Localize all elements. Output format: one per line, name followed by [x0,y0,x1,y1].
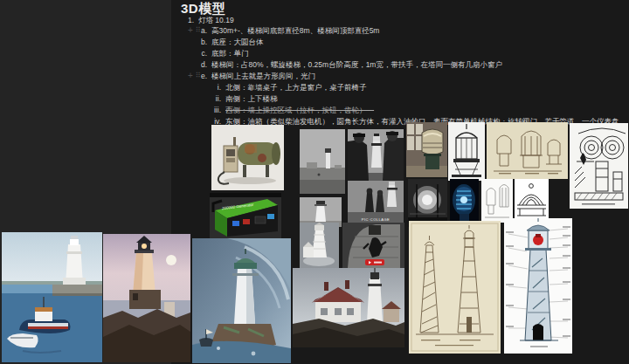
block-handles[interactable]: + ⠿ [188,72,200,79]
image-clay-lighthouse-render[interactable] [300,223,339,268]
list-item[interactable]: i. 北侧：靠墙桌子，上方是窗户，桌子前椅子 [171,83,629,93]
list-item[interactable]: b. 底座：大圆台体 [171,38,629,48]
add-block-icon[interactable]: + [188,26,193,34]
list-text: 北侧：靠墙桌子，上方是窗户，桌子前椅子 [225,83,367,93]
list-marker: ii. [206,94,221,104]
image-lens-mechanism-crosssection[interactable] [570,123,628,209]
block-handles[interactable]: + ⠿ [188,26,200,34]
list-marker: d. [196,60,207,70]
list-marker: b. [196,38,207,47]
list-text: 底部：单门 [211,49,249,58]
image-cream-lantern-sheet[interactable] [487,122,568,179]
image-fresnel-lens-photo[interactable] [406,122,447,177]
drag-handle-icon[interactable]: ⠿ [196,26,200,34]
list-text: 南侧：上下楼梯 [225,94,278,104]
list-text: 西侧：墙上操控区域（拉杆，按钮，齿轮）— [225,106,374,115]
image-dome-line-drawing[interactable] [515,179,549,223]
list-item-strikethrough[interactable]: iii. 西侧：墙上操控区域（拉杆，按钮，齿轮）— [171,106,629,116]
list-item[interactable]: c. 底部：单门 [171,49,629,59]
list-text: 楼梯间上去就是方形房间，光门 [211,72,315,81]
list-item[interactable]: a. 高30m+-、楼梯间底部直径8m、楼梯间顶部直径5m [171,26,629,37]
image-labeled-crosssection[interactable] [504,218,572,354]
image-cream-elevation-drawings[interactable] [409,221,501,354]
image-pencil-sketches[interactable] [481,179,513,223]
image-bw-field-lighthouse[interactable] [300,129,345,194]
image-lens-interior-bw[interactable] [408,179,447,227]
image-pic-collage-bw[interactable]: PIC·COLLAGE [348,181,404,223]
list-item[interactable]: 1. 灯塔 10.19 [171,16,629,26]
photo-lighthouse-house-dusk[interactable] [293,268,404,347]
list-item[interactable]: d. 楼梯间：占80%，螺旋楼梯，0.25m台阶高度，1m宽，带扶手，在塔同一侧… [171,60,629,71]
image-green-generator-render[interactable]: 200000 Generator [210,193,281,238]
painting-lighthouse-wave[interactable] [192,238,291,363]
list-text: 楼梯间：占80%，螺旋楼梯，0.25m台阶高度，1m宽，带扶手，在塔同一侧有几扇… [211,60,502,70]
drag-handle-icon[interactable]: ⠿ [196,72,200,79]
image-lantern-line-drawing[interactable] [448,122,485,181]
list-marker: c. [196,49,207,58]
photo-lighthouse-boat[interactable] [2,232,102,362]
add-block-icon[interactable]: + [188,72,193,79]
list-marker: i. [206,83,221,93]
list-text: 底座：大圆台体 [211,38,264,47]
list-marker: iii. [206,106,221,115]
image-bw-lighthouse-keepers[interactable] [348,129,404,181]
image-bw-wall-climber[interactable] [342,223,404,268]
desktop: 3D模型 1. 灯塔 10.19 a. 高30m+-、楼梯间底部直径8m、楼梯间… [0,0,629,364]
image-fuel-tank-render[interactable] [211,125,284,190]
photo-lighthouse-moon-dusk[interactable] [103,234,190,362]
list-marker: 1. [182,16,194,25]
list-text: 灯塔 10.19 [198,16,234,25]
list-item[interactable]: e. 楼梯间上去就是方形房间，光门 [171,72,629,82]
list-item[interactable]: ii. 南侧：上下楼梯 [171,94,629,105]
list-text: 高30m+-、楼梯间底部直径8m、楼梯间顶部直径5m [211,26,379,36]
